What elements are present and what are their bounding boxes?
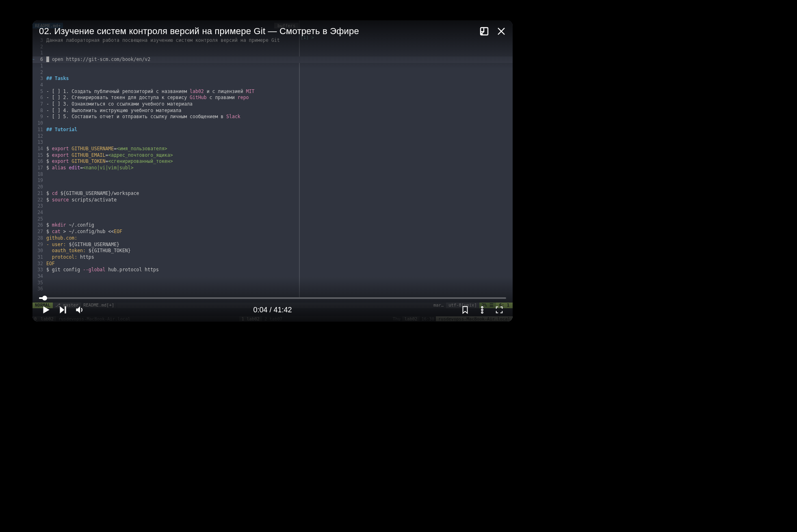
svg-point-2	[481, 307, 483, 308]
code-area: 3Данная лабораторная работа посвещена из…	[32, 37, 513, 297]
code-line: 1	[32, 63, 513, 69]
code-line: 9- [ ] 5. Составить отчет и отправить сс…	[32, 114, 513, 120]
time-display: 0:04 / 41:42	[253, 306, 292, 314]
code-line: 14$ export GITHUB_USERNAME=<имя_пользова…	[32, 146, 513, 152]
code-line: 2	[32, 69, 513, 76]
code-line: 35	[32, 280, 513, 286]
progress-knob[interactable]	[42, 296, 47, 301]
close-icon[interactable]	[496, 26, 506, 36]
svg-point-3	[481, 309, 483, 311]
volume-icon[interactable]	[75, 305, 85, 315]
code-line: 32EOF	[32, 261, 513, 267]
code-line: 10	[32, 120, 513, 127]
code-line: 11## Tutorial	[32, 127, 513, 133]
video-player-container: README.md+ buffers [1] > 3Данная лаборат…	[32, 20, 513, 322]
code-line: 2	[32, 44, 513, 50]
code-line: 29- user: ${GITHUB_USERNAME}	[32, 242, 513, 248]
code-line: 16$ export GITHUB_TOKEN=<сгенирированный…	[32, 158, 513, 165]
video-frame-content: README.md+ buffers [1] > 3Данная лаборат…	[32, 20, 513, 322]
code-line: 3## Tasks	[32, 76, 513, 82]
code-line: 20	[32, 184, 513, 190]
code-line: 4	[32, 82, 513, 89]
video-controls: 0:04 / 41:42	[37, 302, 508, 318]
code-line: 28github.com:	[32, 235, 513, 242]
more-icon[interactable]	[478, 305, 487, 314]
code-line: 34	[32, 273, 513, 280]
code-line: 15$ export GITHUB_EMAIL=<адрес_почтового…	[32, 152, 513, 159]
code-line: 26$ mkdir ~/.config	[32, 222, 513, 229]
progress-bar[interactable]	[39, 297, 506, 299]
code-line: 13	[32, 139, 513, 146]
picture-in-picture-icon[interactable]	[479, 26, 489, 36]
next-icon[interactable]	[58, 305, 68, 315]
code-line: 7- [ ] 3. Ознакомиться со ссылками учебн…	[32, 101, 513, 108]
code-line: 22$ source scripts/activate	[32, 197, 513, 203]
code-line: 27$ cat > ~/.config/hub <<EOF	[32, 229, 513, 235]
code-line: 33$ git config --global hub.protocol htt…	[32, 267, 513, 273]
svg-rect-1	[65, 306, 66, 313]
play-icon[interactable]	[41, 305, 51, 315]
code-line: 1	[32, 50, 513, 56]
bookmark-icon[interactable]	[461, 305, 470, 314]
code-line: ~6 open https://git-scm.com/book/en/v2	[32, 56, 513, 63]
code-line: 24	[32, 210, 513, 216]
code-line: 21$ cd ${GITHUB_USERNAME}/workspace	[32, 190, 513, 197]
code-line: 30 oauth_token: ${GITHUB_TOKEN}	[32, 248, 513, 254]
code-line: 18	[32, 171, 513, 178]
video-title: 02. Изучение систем контроля версий на п…	[39, 26, 359, 37]
code-line: 8- [ ] 4. Выполнить инструкцию учебного …	[32, 108, 513, 114]
code-line: 3Данная лабораторная работа посвещена из…	[32, 37, 513, 44]
code-line: 5- [ ] 1. Создать публичный репозиторий …	[32, 89, 513, 95]
code-line: 19	[32, 177, 513, 184]
code-line: 23	[32, 203, 513, 210]
code-line: 12	[32, 133, 513, 140]
fullscreen-icon[interactable]	[495, 305, 504, 314]
code-line: 17$ alias edit=<nano|vi|vim|subl>	[32, 165, 513, 171]
video-title-bar: 02. Изучение систем контроля версий на п…	[39, 26, 506, 37]
code-line: 6- [ ] 2. Сгенирировать токен для доступ…	[32, 95, 513, 101]
svg-point-4	[481, 312, 483, 314]
code-line: 25	[32, 216, 513, 223]
code-line: 36	[32, 286, 513, 292]
code-line: 31 protocol: https	[32, 254, 513, 261]
